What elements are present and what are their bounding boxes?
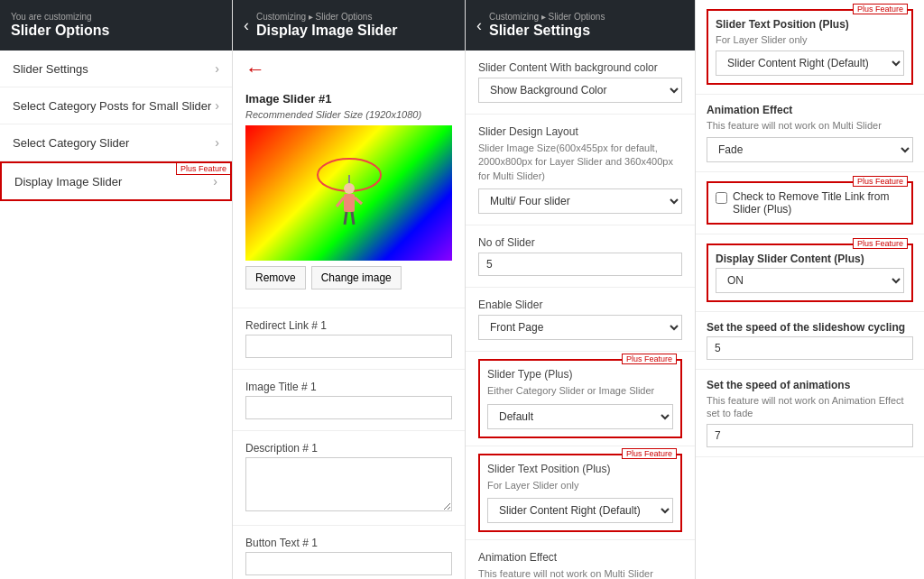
p4-slider-text-pos-box: Plus Feature Slider Text Position (Plus)…	[707, 9, 913, 85]
redirect-link-section: Redirect Link # 1	[233, 308, 465, 370]
button-text-label: Button Text # 1	[245, 537, 452, 549]
change-image-button[interactable]: Change image	[311, 266, 402, 290]
p4-animation-label: Animation Effect	[707, 104, 913, 116]
p4-display-content-section: Plus Feature Display Slider Content (Plu…	[696, 234, 924, 312]
p4-slider-text-pos-plus-badge: Plus Feature	[853, 4, 908, 14]
rec-size-label: Recommended Slider Size (1920x1080)	[245, 109, 452, 120]
p4-animation-speed-section: Set the speed of animations This feature…	[696, 370, 924, 458]
p4-display-content-label: Display Slider Content (Plus)	[716, 253, 904, 265]
svg-line-4	[337, 198, 344, 207]
chevron-icon-display-image: ›	[213, 174, 217, 188]
description-section: Description # 1	[233, 431, 465, 526]
design-layout-section: Slider Design Layout Slider Image Size(6…	[466, 115, 695, 225]
bg-color-section: Slider Content With background color Sho…	[466, 51, 695, 115]
svg-rect-3	[344, 194, 355, 212]
p4-display-content-box: Plus Feature Display Slider Content (Plu…	[707, 244, 913, 302]
panel1-nav: Slider Settings › Select Category Posts …	[0, 51, 232, 579]
image-title-section: Image Title # 1	[233, 370, 465, 431]
slider-text-pos-plus-box: Plus Feature Slider Text Position (Plus)…	[478, 454, 682, 532]
nav-label-display-image: Display Image Slider	[14, 175, 122, 188]
redirect-link-input[interactable]	[245, 335, 452, 358]
nav-item-slider-settings[interactable]: Slider Settings ›	[0, 51, 232, 87]
slider-type-section: Plus Feature Slider Type (Plus) Either C…	[466, 352, 695, 446]
svg-point-2	[344, 183, 355, 194]
panel3-back-button[interactable]: ‹	[476, 16, 482, 35]
panel3-breadcrumb: Customizing ▸ Slider Options	[489, 12, 684, 22]
p4-animation-select[interactable]: Fade Slide	[707, 137, 913, 162]
p4-slideshow-speed-input[interactable]	[707, 336, 913, 360]
p4-display-content-select[interactable]: ON OFF	[716, 268, 904, 293]
design-layout-select[interactable]: Multi/ Four slider Default Layer Slider	[478, 188, 682, 214]
svg-line-7	[352, 212, 354, 225]
p4-remove-title-checkbox[interactable]	[716, 192, 727, 204]
svg-line-6	[345, 212, 346, 225]
p4-animation-speed-input[interactable]	[707, 424, 913, 447]
panel-display-image-slider: ‹ Customizing ▸ Slider Options Display I…	[233, 0, 466, 579]
image-btn-row: Remove Change image	[245, 266, 452, 290]
p4-animation-speed-desc: This feature will not work on Animation …	[707, 394, 913, 420]
slider-text-pos-desc: For Layer Slider only	[487, 479, 673, 492]
image-slider-section: Image Slider #1 Recommended Slider Size …	[233, 81, 465, 308]
p4-remove-title-row: Check to Remove Title Link from Slider (…	[716, 190, 904, 216]
svg-line-5	[355, 198, 362, 204]
p4-animation-section: Animation Effect This feature will not w…	[696, 95, 924, 171]
panel-slider-settings: ‹ Customizing ▸ Slider Options Slider Se…	[466, 0, 696, 579]
p4-display-content-plus-badge: Plus Feature	[853, 238, 908, 249]
nav-item-cat-posts[interactable]: Select Category Posts for Small Slider ›	[0, 87, 232, 124]
panel2-header-content: Customizing ▸ Slider Options Display Ima…	[256, 12, 454, 39]
slider-type-select[interactable]: Default	[487, 404, 673, 429]
panel3-header: ‹ Customizing ▸ Slider Options Slider Se…	[466, 0, 695, 51]
panel2-back-button[interactable]: ‹	[244, 16, 249, 35]
slider-type-desc: Either Category Slider or Image Slider	[487, 384, 673, 398]
p4-slider-text-pos-select[interactable]: Slider Content Right (Default) Slider Co…	[716, 51, 904, 76]
p4-slider-text-pos-desc: For Layer Slider only	[716, 33, 904, 46]
slider-type-plus-box: Plus Feature Slider Type (Plus) Either C…	[478, 359, 682, 437]
nav-label-slider-settings: Slider Settings	[13, 62, 88, 76]
animation-effect-label: Animation Effect	[478, 551, 682, 564]
image-slider-title: Image Slider #1	[245, 92, 452, 106]
panel-right-settings: Plus Feature Slider Text Position (Plus)…	[696, 0, 924, 579]
panel2-header: ‹ Customizing ▸ Slider Options Display I…	[233, 0, 465, 51]
slider-text-pos-select[interactable]: Slider Content Right (Default) Slider Co…	[487, 498, 673, 523]
nav-label-cat-posts: Select Category Posts for Small Slider	[13, 99, 211, 113]
p4-slider-text-pos-label: Slider Text Position (Plus)	[716, 18, 904, 31]
image-title-input[interactable]	[245, 396, 452, 419]
panel3-title: Slider Settings	[489, 22, 684, 39]
nav-item-cat-slider[interactable]: Select Category Slider ›	[0, 124, 232, 161]
slider-text-pos-section: Plus Feature Slider Text Position (Plus)…	[466, 446, 695, 540]
panel1-title: Slider Options	[11, 22, 221, 39]
animation-effect-desc: This feature will not work on Multi Slid…	[478, 567, 682, 579]
p4-remove-title-box: Plus Feature Check to Remove Title Link …	[707, 181, 913, 225]
p4-animation-desc: This feature will not work on Multi Slid…	[707, 119, 913, 132]
bg-color-select[interactable]: Show Background Color Hide Background Co…	[478, 78, 682, 103]
description-textarea[interactable]	[245, 457, 452, 511]
enable-slider-select[interactable]: Front Page All Pages	[478, 315, 682, 340]
chevron-icon-cat-posts: ›	[215, 98, 219, 113]
p4-slider-text-pos-section: Plus Feature Slider Text Position (Plus)…	[696, 0, 924, 95]
person-svg	[313, 139, 385, 247]
image-title-label: Image Title # 1	[245, 381, 452, 393]
panel2-breadcrumb: Customizing ▸ Slider Options	[256, 12, 454, 22]
slider-image	[245, 125, 452, 261]
no-of-slider-label: No of Slider	[478, 236, 682, 249]
slider-type-label: Slider Type (Plus)	[487, 368, 673, 381]
enable-slider-section: Enable Slider Front Page All Pages	[466, 288, 695, 352]
bg-color-label: Slider Content With background color	[478, 61, 682, 74]
arrow-left-icon: ←	[245, 58, 265, 81]
chevron-icon-cat-slider: ›	[215, 135, 219, 150]
panel1-header: You are customizing Slider Options	[0, 0, 232, 51]
plus-badge-display-image: Plus Feature	[176, 162, 231, 175]
nav-label-cat-slider: Select Category Slider	[13, 136, 129, 150]
no-of-slider-input[interactable]	[478, 253, 682, 276]
design-layout-label: Slider Design Layout	[478, 125, 682, 138]
button-text-input[interactable]	[245, 552, 452, 575]
nav-item-display-image[interactable]: Display Image Slider › Plus Feature	[0, 161, 232, 201]
p4-slideshow-speed-label: Set the speed of the slideshow cycling	[707, 321, 913, 334]
description-label: Description # 1	[245, 442, 452, 455]
panel1-header-content: You are customizing Slider Options	[11, 12, 221, 39]
button-text-section: Button Text # 1	[233, 526, 465, 579]
remove-button[interactable]: Remove	[245, 266, 306, 290]
p4-remove-title-plus-badge: Plus Feature	[853, 176, 908, 187]
panel3-content: Slider Content With background color Sho…	[466, 51, 695, 579]
panel1-breadcrumb: You are customizing	[11, 12, 221, 22]
